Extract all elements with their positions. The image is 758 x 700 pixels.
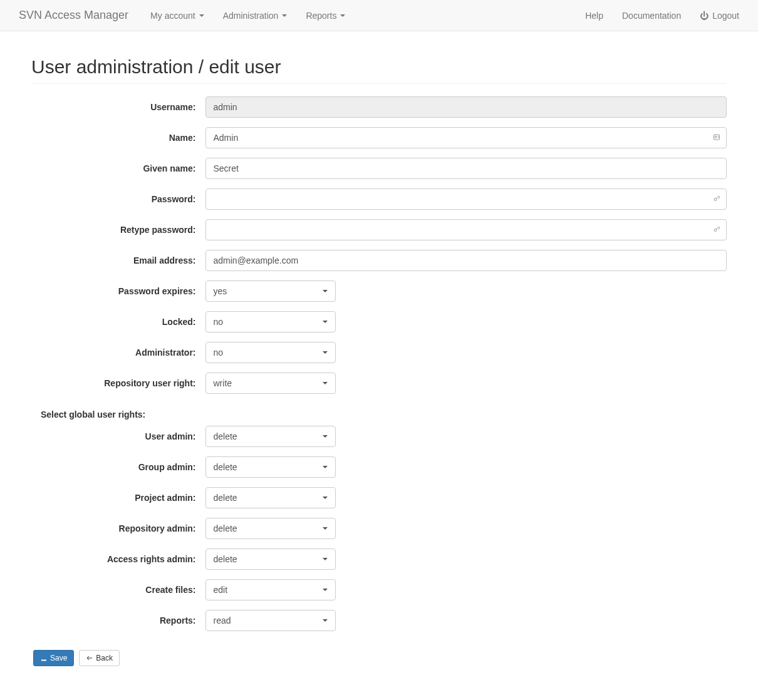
button-row: Save Back <box>31 650 727 666</box>
caret-icon <box>323 435 328 438</box>
arrow-left-icon <box>86 654 93 662</box>
svg-point-1 <box>715 136 717 137</box>
repo-user-right-select[interactable]: write <box>205 373 336 394</box>
row-name: Name: <box>31 127 727 148</box>
row-administrator: Administrator: no <box>31 342 727 363</box>
row-email: Email address: <box>31 250 727 271</box>
row-repo-user-right: Repository user right: write <box>31 373 727 394</box>
row-project-admin: Project admin: delete <box>31 487 727 508</box>
project-admin-select[interactable]: delete <box>205 487 336 508</box>
repository-admin-value: delete <box>214 523 237 533</box>
label-given-name: Given name: <box>31 163 205 173</box>
label-locked: Locked: <box>31 317 205 327</box>
row-given-name: Given name: <box>31 158 727 179</box>
label-access-rights-admin: Access rights admin: <box>31 554 205 564</box>
caret-icon <box>323 589 328 591</box>
row-reports: Reports: read <box>31 610 727 631</box>
nav-my-account-label: My account <box>150 11 195 21</box>
main-container: User administration / edit user Username… <box>13 56 745 666</box>
page-title: User administration / edit user <box>31 56 727 84</box>
caret-icon <box>199 14 204 17</box>
caret-icon <box>323 619 328 622</box>
given-name-input[interactable] <box>205 158 727 179</box>
row-password-expires: Password expires: yes <box>31 281 727 302</box>
nav-my-account[interactable]: My account <box>141 1 214 30</box>
row-password: Password: <box>31 188 727 210</box>
reports-value: read <box>214 615 231 625</box>
label-name: Name: <box>31 133 205 143</box>
label-group-admin: Group admin: <box>31 462 205 472</box>
row-retype-password: Retype password: <box>31 219 727 240</box>
key-icon <box>713 194 720 204</box>
password-expires-value: yes <box>214 286 227 296</box>
row-access-rights-admin: Access rights admin: delete <box>31 548 727 570</box>
nav-administration[interactable]: Administration <box>214 1 297 30</box>
caret-icon <box>323 497 328 499</box>
caret-icon <box>323 321 328 323</box>
section-global-rights: Select global user rights: <box>31 403 727 426</box>
caret-icon <box>282 14 287 17</box>
row-group-admin: Group admin: delete <box>31 456 727 478</box>
row-repository-admin: Repository admin: delete <box>31 518 727 539</box>
back-button-label: Back <box>96 654 113 662</box>
caret-icon <box>323 382 328 384</box>
email-input[interactable] <box>205 250 727 271</box>
contact-icon <box>713 133 720 143</box>
nav-reports[interactable]: Reports <box>296 1 355 30</box>
administrator-value: no <box>214 347 224 358</box>
label-user-admin: User admin: <box>31 431 205 441</box>
group-admin-value: delete <box>214 462 237 472</box>
nav-documentation[interactable]: Documentation <box>613 1 690 30</box>
repo-user-right-value: write <box>214 378 232 388</box>
label-repo-user-right: Repository user right: <box>31 378 205 388</box>
caret-icon <box>323 351 328 354</box>
user-admin-select[interactable]: delete <box>205 426 336 447</box>
label-password: Password: <box>31 194 205 204</box>
locked-select[interactable]: no <box>205 311 336 332</box>
label-reports-right: Reports: <box>31 615 205 625</box>
save-button[interactable]: Save <box>33 650 74 666</box>
create-files-select[interactable]: edit <box>205 579 336 600</box>
access-rights-admin-select[interactable]: delete <box>205 548 336 570</box>
user-admin-value: delete <box>214 431 237 441</box>
nav-administration-label: Administration <box>223 11 279 21</box>
group-admin-select[interactable]: delete <box>205 456 336 478</box>
edit-user-form: Username: Name: Given name: Password: <box>31 96 727 666</box>
brand-link[interactable]: SVN Access Manager <box>9 9 138 22</box>
back-button[interactable]: Back <box>79 650 120 666</box>
navbar: SVN Access Manager My account Administra… <box>0 0 758 31</box>
caret-icon <box>340 14 345 17</box>
password-expires-select[interactable]: yes <box>205 281 336 302</box>
project-admin-value: delete <box>214 493 237 503</box>
nav-left: My account Administration Reports <box>141 1 355 30</box>
repository-admin-select[interactable]: delete <box>205 518 336 539</box>
label-username: Username: <box>31 102 205 112</box>
row-username: Username: <box>31 96 727 118</box>
key-icon <box>713 225 720 235</box>
retype-password-input[interactable] <box>205 219 727 240</box>
label-retype-password: Retype password: <box>31 225 205 235</box>
create-files-value: edit <box>214 585 228 595</box>
caret-icon <box>323 527 328 530</box>
save-icon <box>40 654 48 662</box>
nav-reports-label: Reports <box>306 11 336 21</box>
password-input[interactable] <box>205 188 727 210</box>
nav-logout[interactable]: ⏻ Logout <box>690 1 749 30</box>
nav-right: Help Documentation ⏻ Logout <box>576 1 749 30</box>
access-rights-admin-value: delete <box>214 554 237 564</box>
label-administrator: Administrator: <box>31 347 205 358</box>
label-password-expires: Password expires: <box>31 286 205 296</box>
username-input <box>205 96 727 118</box>
power-icon: ⏻ <box>700 11 709 20</box>
label-project-admin: Project admin: <box>31 493 205 503</box>
name-input[interactable] <box>205 127 727 148</box>
nav-help[interactable]: Help <box>576 1 613 30</box>
locked-value: no <box>214 317 224 327</box>
nav-logout-label: Logout <box>712 11 739 21</box>
row-user-admin: User admin: delete <box>31 426 727 447</box>
caret-icon <box>323 558 328 560</box>
label-create-files: Create files: <box>31 585 205 595</box>
label-email: Email address: <box>31 255 205 265</box>
reports-select[interactable]: read <box>205 610 336 631</box>
administrator-select[interactable]: no <box>205 342 336 363</box>
